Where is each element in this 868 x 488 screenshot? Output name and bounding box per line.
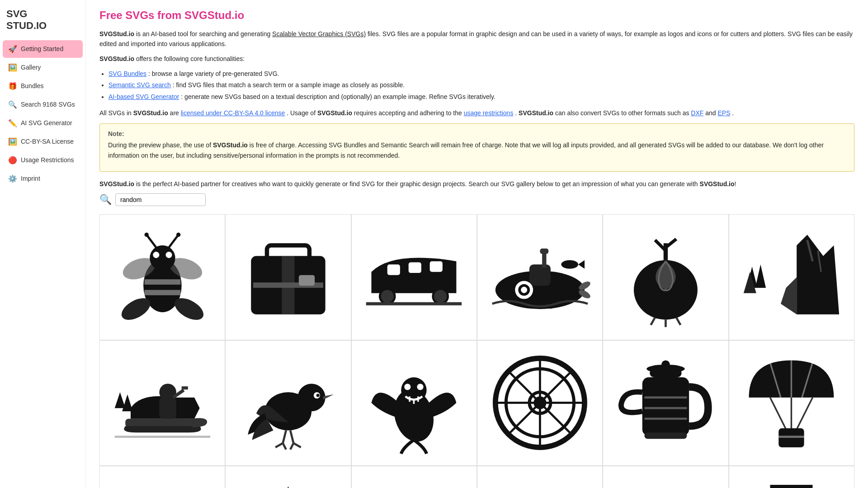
search-row: 🔍 (99, 193, 854, 206)
sidebar-item-label: Search 9168 SVGs (21, 101, 75, 108)
svg-point-11 (176, 233, 180, 237)
svg-point-67 (417, 384, 424, 390)
gallery-item-bee[interactable] (99, 214, 225, 340)
sidebar-item-label: AI SVG Generator (21, 119, 72, 127)
ai-icon: ✏️ (8, 119, 17, 127)
gallery-item-telescope[interactable] (477, 466, 603, 488)
gallery-item-garlic[interactable] (603, 214, 728, 340)
svg-line-60 (275, 443, 283, 447)
sidebar: SVG STUD.IO 🚀 Getting Started 🖼️ Gallery… (0, 0, 86, 488)
sidebar-item-label: Usage Restrictions (21, 156, 74, 164)
svg-line-61 (283, 443, 286, 450)
svg-bundles-link[interactable]: SVG Bundles (108, 70, 146, 77)
note-title: Note: (108, 130, 846, 137)
gallery-item-wheel[interactable] (477, 340, 603, 466)
svg-line-78 (510, 373, 540, 403)
svg-line-63 (290, 443, 293, 450)
usage-restrictions-link[interactable]: usage restrictions (464, 109, 514, 117)
svg-point-57 (316, 394, 320, 397)
svg-point-22 (380, 289, 395, 304)
feature-item-ai: AI-based SVG Generator : generate new SV… (108, 91, 854, 103)
gallery-item-train[interactable] (351, 214, 477, 340)
feature-item-bundles: SVG Bundles : browse a large variety of … (108, 68, 854, 80)
sidebar-item-label: Imprint (21, 175, 40, 182)
note-box: Note: During the preview phase, the use … (99, 123, 854, 172)
gallery-item-pigeon[interactable] (225, 340, 351, 466)
imprint-icon: ⚙️ (8, 174, 17, 183)
cc-license-link[interactable]: licensed under CC-BY-SA 4.0 license (181, 109, 285, 117)
svg-point-10 (144, 233, 148, 237)
gallery-item-pen[interactable] (603, 466, 728, 488)
gallery-item-anchor[interactable] (729, 466, 854, 488)
eps-link[interactable]: EPS (717, 109, 730, 117)
svg-line-59 (290, 431, 293, 443)
sidebar-item-label: Gallery (21, 64, 41, 71)
svg-line-96 (797, 398, 813, 429)
svg-point-23 (433, 289, 448, 304)
svg-rect-20 (409, 263, 421, 273)
license-paragraph: All SVGs in SVGStud.io are licensed unde… (99, 108, 854, 118)
gallery-item-parachute[interactable] (729, 340, 854, 466)
svg-line-8 (146, 235, 156, 248)
svg-marker-103 (256, 486, 320, 488)
gallery-item-motorcycle[interactable] (99, 466, 225, 488)
svg-line-37 (665, 239, 676, 248)
sidebar-item-label: CC-BY-SA License (21, 138, 74, 145)
svg-point-33 (561, 260, 578, 269)
sidebar-item-cc-by-sa[interactable]: 🖼️ CC-BY-SA License (3, 133, 83, 150)
search-input[interactable] (115, 193, 206, 206)
page-title: Free SVGs from SVGStud.io (99, 9, 854, 22)
sidebar-item-ai-generator[interactable]: ✏️ AI SVG Generator (3, 114, 83, 132)
search-magnifier-icon[interactable]: 🔍 (99, 194, 112, 206)
gallery-icon: 🖼️ (8, 63, 17, 72)
semantic-search-link[interactable]: Semantic SVG search (108, 81, 171, 89)
svg-line-81 (510, 403, 540, 433)
gallery-item-suitcase[interactable] (225, 214, 351, 340)
svg-line-79 (540, 403, 570, 433)
svg-rect-86 (642, 377, 689, 436)
svg-marker-46 (114, 392, 125, 408)
gallery-item-wizard-hat[interactable] (225, 466, 351, 488)
svg-line-38 (651, 318, 655, 325)
dxf-link[interactable]: DXF (691, 109, 703, 117)
sidebar-item-bundles[interactable]: 🎁 Bundles (3, 77, 83, 95)
gallery-item-bat-fish[interactable] (351, 340, 477, 466)
svg-rect-28 (540, 249, 548, 254)
gallery-item-cliff[interactable] (729, 214, 854, 340)
svg-point-7 (165, 252, 172, 258)
feature-item-search: Semantic SVG search : find SVG files tha… (108, 80, 854, 91)
svg-line-9 (169, 235, 178, 248)
svg-rect-2 (144, 290, 180, 296)
sidebar-nav: 🚀 Getting Started 🖼️ Gallery 🎁 Bundles 🔍… (0, 39, 85, 188)
sidebar-item-usage-restrictions[interactable]: 🔴 Usage Restrictions (3, 151, 83, 169)
intro-paragraph-1: SVGStud.io is an AI-based tool for searc… (99, 29, 854, 49)
svg-rect-26 (529, 264, 551, 286)
cc-icon: 🖼️ (8, 137, 17, 146)
svg-rect-97 (779, 428, 804, 447)
svg-line-62 (293, 443, 301, 447)
gallery-item-top-hat[interactable] (351, 466, 477, 488)
sidebar-item-imprint[interactable]: ⚙️ Imprint (3, 170, 83, 188)
search-icon: 🔍 (8, 100, 17, 109)
gallery-item-submarine[interactable] (477, 214, 603, 340)
svg-line-94 (770, 398, 786, 429)
gallery-item-teapot[interactable] (603, 340, 728, 466)
logo: SVG STUD.IO (0, 4, 85, 39)
svg-rect-49 (159, 398, 176, 419)
ai-generator-link[interactable]: AI-based SVG Generator (108, 93, 179, 100)
sidebar-item-search[interactable]: 🔍 Search 9168 SVGs (3, 96, 83, 113)
svg-point-55 (298, 384, 326, 412)
svg-point-85 (661, 361, 670, 369)
svg-line-58 (283, 431, 286, 443)
gallery-intro: SVGStud.io is the perfect AI-based partn… (99, 179, 854, 189)
svg-rect-18 (299, 275, 315, 286)
svg-line-40 (676, 318, 680, 325)
svg-point-30 (521, 287, 527, 293)
sidebar-item-label: Getting Started (21, 45, 63, 52)
svg-rect-90 (645, 433, 687, 439)
intro-paragraph-2: SVGStud.io offers the following core fun… (99, 54, 854, 64)
svg-rect-21 (430, 261, 443, 272)
sidebar-item-gallery[interactable]: 🖼️ Gallery (3, 59, 83, 76)
sidebar-item-getting-started[interactable]: 🚀 Getting Started (3, 40, 83, 58)
gallery-item-snowmobile[interactable] (99, 340, 225, 466)
